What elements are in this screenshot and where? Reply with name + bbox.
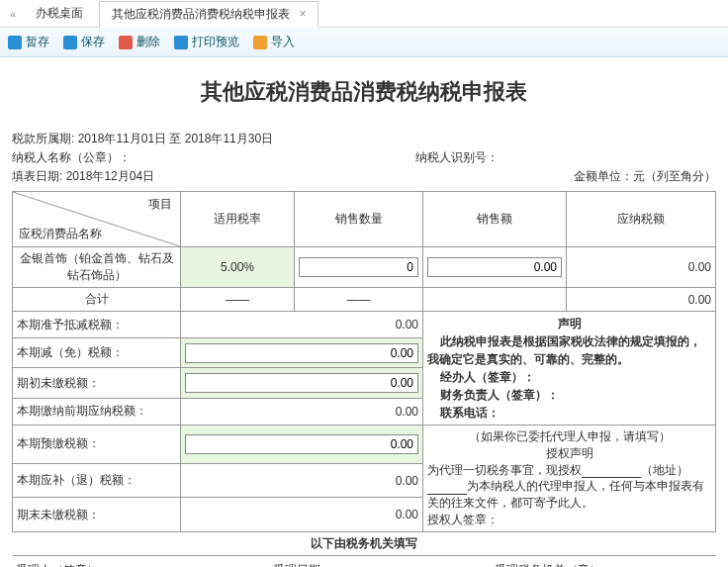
delete-icon	[119, 36, 133, 49]
val-r3-cell	[181, 368, 423, 398]
item-qty-cell	[295, 247, 423, 288]
item-name: 金银首饰（铂金首饰、钻石及钻石饰品）	[13, 247, 181, 288]
exempt-input[interactable]	[185, 343, 418, 363]
period-label: 税款所属期: 2018年11月01日 至 2018年11月30日	[12, 131, 273, 147]
val-r4: 0.00	[181, 398, 423, 425]
tax-office-header: 以下由税务机关填写	[13, 531, 716, 555]
save-icon	[63, 36, 77, 49]
qty-input[interactable]	[299, 257, 418, 277]
print-preview-button[interactable]: 打印预览	[174, 34, 239, 50]
auth-hint: （如果你已委托代理人申报，请填写）	[427, 428, 711, 445]
begin-unpaid-input[interactable]	[185, 373, 418, 393]
prepaid-input[interactable]	[185, 434, 418, 454]
import-label: 导入	[271, 34, 295, 50]
form-content: 其他应税消费品消费税纳税申报表 税款所属期: 2018年11月01日 至 201…	[0, 57, 728, 567]
footer-row: 受理人（签章）： 受理日期： 受理税务机关（章）：	[12, 556, 716, 567]
main-table: 项目 应税消费品名称 适用税率 销售数量 销售额 应纳税额 金银首饰（铂金首饰、…	[12, 191, 716, 556]
auth-sign: 授权人签章：	[427, 512, 711, 528]
header-row: 项目 应税消费品名称 适用税率 销售数量 销售额 应纳税额	[13, 192, 716, 247]
header-name: 应税消费品名称	[19, 226, 102, 242]
total-label: 合计	[13, 288, 181, 312]
header-amount: 销售额	[423, 192, 567, 247]
fill-date: 填表日期: 2018年12月04日	[12, 168, 154, 185]
label-r3: 期初未缴税额：	[13, 368, 181, 398]
authorization-box: （如果你已委托代理人申报，请填写） 授权声明 为代理一切税务事宜，现授权（地址）…	[423, 425, 716, 532]
auth-title: 授权声明	[427, 445, 711, 462]
delete-label: 删除	[136, 34, 160, 50]
total-rate: ——	[181, 288, 295, 312]
save-button[interactable]: 保存	[63, 34, 105, 50]
decl-handler: 经办人（签章）：	[427, 368, 711, 386]
row-prepaid: 本期预缴税额： （如果你已委托代理人申报，请填写） 授权声明 为代理一切税务事宜…	[13, 425, 716, 464]
val-r1: 0.00	[181, 312, 423, 338]
pause-button[interactable]: 暂存	[8, 34, 49, 50]
tab-form-label: 其他应税消费品消费税纳税申报表	[112, 7, 290, 21]
header-item: 项目	[148, 196, 172, 213]
label-r2: 本期减（免）税额：	[13, 338, 181, 368]
val-r6: 0.00	[181, 463, 423, 497]
pause-icon	[8, 36, 22, 49]
data-row-1: 金银首饰（铂金首饰、钻石及钻石饰品） 5.00% 0.00	[13, 247, 716, 288]
item-rate: 5.00%	[181, 247, 295, 288]
tab-bar: « 办税桌面 其他应税消费品消费税纳税申报表 ×	[0, 0, 728, 28]
amount-input[interactable]	[427, 257, 562, 277]
label-r4: 本期缴纳前期应纳税额：	[13, 398, 181, 425]
delete-button[interactable]: 删除	[119, 34, 160, 50]
total-amount	[423, 288, 567, 312]
print-label: 打印预览	[192, 34, 239, 50]
accept-date-label: 受理日期：	[273, 562, 332, 567]
row-deduct: 本期准予抵减税额： 0.00 声明 此纳税申报表是根据国家税收法律的规定填报的，…	[13, 312, 716, 338]
toolbar: 暂存 保存 删除 打印预览 导入	[0, 28, 728, 57]
unit-label: 金额单位：元（列至角分）	[574, 168, 716, 185]
tab-desktop[interactable]: 办税桌面	[24, 1, 95, 26]
print-icon	[174, 36, 188, 49]
import-button[interactable]: 导入	[253, 34, 295, 50]
val-r5-cell	[181, 425, 423, 464]
label-r1: 本期准予抵减税额：	[13, 312, 181, 338]
decl-title: 声明	[427, 315, 711, 332]
total-tax: 0.00	[567, 288, 716, 312]
page-title: 其他应税消费品消费税纳税申报表	[12, 77, 716, 107]
label-r7: 期末未缴税额：	[13, 498, 181, 532]
save-label: 保存	[81, 34, 105, 50]
val-r7: 0.00	[181, 498, 423, 532]
label-r6: 本期应补（退）税额：	[13, 463, 181, 497]
tax-office-section: 以下由税务机关填写	[13, 531, 716, 555]
import-icon	[253, 36, 267, 49]
tabs-back[interactable]: «	[6, 8, 20, 20]
auth-line2: 为本纳税人的代理申报人，任何与本申报表有关的往来文件，都可寄予此人。	[427, 478, 711, 512]
auth-line1: 为代理一切税务事宜，现授权（地址）	[427, 462, 711, 479]
declaration-box: 声明 此纳税申报表是根据国家税收法律的规定填报的，我确定它是真实的、可靠的、完整…	[423, 312, 716, 425]
decl-text: 此纳税申报表是根据国家税收法律的规定填报的，我确定它是真实的、可靠的、完整的。	[427, 332, 711, 368]
val-r2-cell	[181, 338, 423, 368]
payer-id-label: 纳税人识别号：	[415, 149, 499, 166]
decl-finance: 财务负责人（签章）：	[427, 386, 711, 404]
decl-phone: 联系电话：	[427, 404, 711, 422]
header-rate: 适用税率	[181, 192, 295, 247]
accepter-label: 受理人（签章）：	[16, 562, 111, 567]
total-row: 合计 —— —— 0.00	[13, 288, 716, 312]
total-qty: ——	[295, 288, 423, 312]
item-tax: 0.00	[567, 247, 716, 288]
accept-office-label: 受理税务机关（章）：	[495, 562, 613, 567]
header-diagonal: 项目 应税消费品名称	[13, 192, 181, 247]
tab-form[interactable]: 其他应税消费品消费税纳税申报表 ×	[99, 1, 318, 28]
label-r5: 本期预缴税额：	[13, 425, 181, 464]
header-tax: 应纳税额	[567, 192, 716, 247]
close-icon[interactable]: ×	[299, 7, 306, 21]
header-qty: 销售数量	[295, 192, 423, 247]
payer-name-label: 纳税人名称（公章）：	[12, 149, 131, 166]
item-amount-cell	[423, 247, 567, 288]
pause-label: 暂存	[26, 34, 49, 50]
